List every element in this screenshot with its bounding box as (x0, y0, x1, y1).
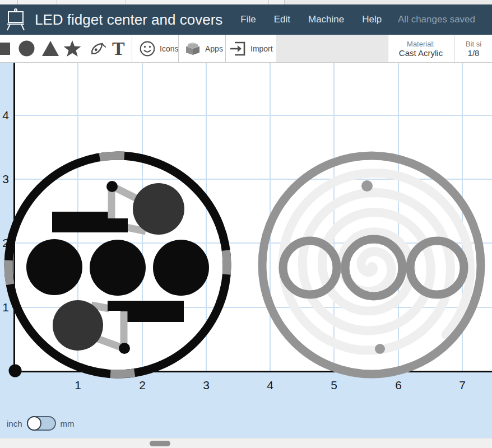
text-tool-button[interactable]: T (112, 35, 125, 62)
toolbar-divider (132, 35, 132, 62)
text-tool-icon: T (112, 39, 125, 58)
menu-file[interactable]: File (240, 14, 256, 25)
pen-tool-button[interactable] (88, 35, 106, 62)
triangle-tool-button[interactable] (42, 35, 59, 62)
strip-line (268, 0, 269, 4)
import-icon (230, 41, 246, 57)
material-label: Material: (388, 40, 454, 48)
pen-icon (88, 40, 106, 58)
circle-icon (18, 40, 35, 57)
toolbar: T Icons Apps (0, 35, 492, 63)
menu-machine[interactable]: Machine (308, 14, 344, 25)
menu-edit[interactable]: Edit (274, 14, 290, 25)
icons-button[interactable]: Icons (140, 35, 178, 62)
material-selector[interactable]: Material: Cast Acrylic (388, 35, 454, 62)
menu-help[interactable]: Help (362, 14, 382, 25)
material-value: Cast Acrylic (388, 48, 454, 58)
toolbar-divider (225, 35, 226, 62)
icons-button-label: Icons (160, 44, 178, 53)
import-button[interactable]: Import (230, 35, 273, 62)
unit-toggle-group: inch mm (7, 416, 75, 431)
unit-toggle-switch[interactable] (27, 416, 56, 431)
toolbar-divider (178, 35, 179, 62)
project-title[interactable]: LED fidget center and covers (35, 11, 222, 29)
easel-icon (4, 8, 27, 31)
triangle-icon (42, 41, 59, 56)
mm-label: mm (61, 419, 75, 428)
lego-brick-icon (185, 41, 201, 56)
strip-shade (284, 0, 492, 4)
easel-logo-button[interactable] (0, 4, 31, 35)
apps-button[interactable]: Apps (185, 35, 223, 62)
strip-line (284, 0, 285, 4)
star-icon (63, 40, 81, 57)
design-canvas[interactable] (0, 62, 492, 448)
circle-tool-button[interactable] (18, 35, 35, 62)
bit-size-selector[interactable]: Bit si 1/8 (455, 35, 492, 62)
bit-size-value: 1/8 (455, 48, 492, 58)
toolbar-divider (454, 35, 454, 62)
strip-line (57, 0, 57, 4)
toolbar-spacer (276, 35, 388, 62)
star-tool-button[interactable] (63, 35, 81, 62)
strip-line (17, 0, 18, 4)
toggle-knob (27, 416, 41, 431)
app-header: LED fidget center and covers File Edit M… (0, 4, 492, 35)
inch-label: inch (7, 419, 22, 428)
square-tool-button[interactable] (0, 35, 11, 62)
horizontal-scrollbar-handle[interactable] (150, 441, 170, 446)
smiley-icon (140, 41, 155, 57)
import-button-label: Import (250, 44, 273, 53)
apps-button-label: Apps (205, 44, 223, 53)
save-status: All changes saved (398, 14, 475, 25)
bit-size-label: Bit si (455, 40, 492, 48)
menu-bar: File Edit Machine Help (240, 14, 382, 25)
square-icon (0, 42, 11, 55)
strip-line (126, 0, 126, 4)
horizontal-scrollbar-track[interactable] (0, 438, 492, 448)
browser-edge-strip (0, 0, 492, 4)
